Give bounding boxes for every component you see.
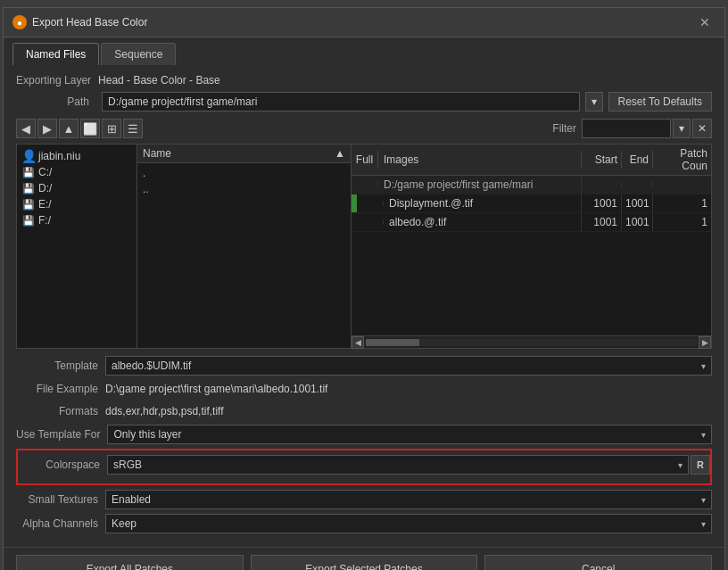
scroll-left-button[interactable]: ◀ bbox=[352, 336, 364, 349]
title-bar-left: ● Export Head Base Color bbox=[12, 15, 147, 29]
file-end-cell-1: 1001 bbox=[622, 213, 653, 231]
user-icon: 👤 bbox=[22, 150, 35, 162]
dialog-title: Export Head Base Color bbox=[32, 16, 147, 29]
scroll-right-button[interactable]: ▶ bbox=[699, 336, 711, 349]
file-full-cell-1 bbox=[357, 219, 384, 225]
file-example-label: File Example bbox=[16, 383, 105, 395]
scroll-track[interactable] bbox=[366, 339, 697, 346]
use-template-for-dropdown[interactable]: Only this layer ▾ bbox=[107, 425, 712, 444]
forward-button[interactable]: ▶ bbox=[37, 119, 57, 138]
colorspace-dropdown-arrow: ▾ bbox=[678, 460, 682, 470]
images-list: D:/game project/first game/mari Displaym… bbox=[352, 176, 711, 335]
filter-input[interactable] bbox=[582, 119, 671, 138]
name-panel-header: Name ▲ bbox=[137, 145, 351, 163]
scroll-thumb[interactable] bbox=[366, 339, 419, 346]
template-dropdown-arrow: ▾ bbox=[701, 361, 706, 371]
folder-end-cell bbox=[622, 182, 653, 187]
end-column-header: End bbox=[622, 151, 653, 169]
small-textures-dropdown[interactable]: Enabled ▾ bbox=[105, 490, 712, 509]
up-button[interactable]: ▲ bbox=[59, 119, 79, 138]
alpha-channels-dropdown[interactable]: Keep ▾ bbox=[105, 514, 712, 533]
alpha-channels-label: Alpha Channels bbox=[16, 517, 105, 530]
full-column-header: Full bbox=[352, 151, 378, 169]
formats-row: Formats dds,exr,hdr,psb,psd,tif,tiff bbox=[16, 402, 712, 420]
grid-button[interactable]: ⊞ bbox=[102, 119, 121, 138]
images-panel: Full Images Start End Patch Coun D:/game… bbox=[352, 145, 711, 348]
template-value: albedo.$UDIM.tif bbox=[112, 359, 191, 372]
footer: Export All Patches Export Selected Patch… bbox=[4, 547, 724, 570]
tree-item-label: C:/ bbox=[38, 166, 52, 178]
colorspace-section: Colorspace sRGB ▾ R bbox=[16, 449, 712, 485]
drive-icon-c: 💾 bbox=[22, 166, 35, 178]
filter-clear-button[interactable]: ✕ bbox=[692, 119, 712, 138]
reset-to-defaults-button[interactable]: Reset To Defaults bbox=[608, 92, 713, 112]
folder-name-cell: D:/game project/first game/mari bbox=[378, 176, 582, 194]
tabs-bar: Named Files Sequence bbox=[4, 37, 724, 65]
name-column-label: Name bbox=[143, 147, 171, 160]
patch-column-header: Patch Coun bbox=[653, 145, 711, 175]
tab-named-files[interactable]: Named Files bbox=[12, 43, 99, 65]
file-patch-cell-0: 1 bbox=[653, 194, 711, 212]
tree-item-label: E:/ bbox=[38, 198, 52, 211]
images-column-header: Images bbox=[378, 151, 582, 169]
tree-item-user[interactable]: 👤 jiabin.niu bbox=[17, 148, 136, 164]
horizontal-scrollbar[interactable]: ◀ ▶ bbox=[352, 335, 711, 348]
template-dropdown[interactable]: albedo.$UDIM.tif ▾ bbox=[105, 356, 712, 376]
tree-item-f[interactable]: 💾 F:/ bbox=[17, 212, 136, 228]
title-bar: ● Export Head Base Color ✕ bbox=[4, 8, 724, 37]
small-textures-dropdown-arrow: ▾ bbox=[701, 495, 706, 505]
colorspace-dropdown[interactable]: sRGB ▾ bbox=[107, 455, 689, 475]
name-list: . .. bbox=[137, 163, 351, 348]
path-input[interactable] bbox=[102, 92, 580, 112]
alpha-channels-row: Alpha Channels Keep ▾ bbox=[16, 514, 712, 533]
exporting-layer-label: Exporting Layer bbox=[16, 74, 98, 87]
path-dropdown-button[interactable]: ▾ bbox=[585, 92, 603, 112]
formats-label: Formats bbox=[16, 405, 105, 417]
name-item-dot[interactable]: . bbox=[137, 165, 351, 181]
formats-value: dds,exr,hdr,psb,psd,tif,tiff bbox=[105, 402, 712, 420]
alpha-channels-dropdown-arrow: ▾ bbox=[701, 519, 706, 529]
list-button[interactable]: ☰ bbox=[123, 119, 143, 138]
file-full-cell-0 bbox=[357, 201, 384, 206]
image-row-1[interactable]: albedo.@.tif 1001 1001 1 bbox=[352, 213, 711, 232]
dialog-body: Exporting Layer Head - Base Color - Base… bbox=[4, 65, 724, 547]
file-patch-cell-1: 1 bbox=[653, 213, 711, 231]
cancel-button[interactable]: Cancel bbox=[484, 555, 712, 570]
images-folder-row[interactable]: D:/game project/first game/mari bbox=[352, 176, 711, 194]
back-button[interactable]: ◀ bbox=[16, 119, 36, 138]
export-all-patches-button[interactable]: Export All Patches bbox=[16, 555, 244, 570]
name-panel: Name ▲ . .. bbox=[137, 145, 352, 348]
drive-icon-e: 💾 bbox=[22, 198, 35, 211]
close-button[interactable]: ✕ bbox=[694, 13, 716, 31]
folder-patch-cell bbox=[653, 182, 711, 187]
file-panel: 👤 jiabin.niu 💾 C:/ 💾 D:/ 💾 E:/ 💾 bbox=[16, 144, 712, 349]
image-row-0[interactable]: Displayment.@.tif 1001 1001 1 bbox=[352, 194, 711, 213]
tree-item-d[interactable]: 💾 D:/ bbox=[17, 180, 136, 196]
tab-sequence[interactable]: Sequence bbox=[101, 43, 176, 65]
folder-start-cell bbox=[582, 182, 622, 187]
tree-item-label: D:/ bbox=[38, 182, 52, 194]
colorspace-row: Colorspace sRGB ▾ R bbox=[18, 455, 710, 475]
reset-colorspace-button[interactable]: R bbox=[691, 455, 710, 475]
export-selected-patches-button[interactable]: Export Selected Patches bbox=[251, 555, 478, 570]
path-label: Path bbox=[16, 95, 96, 108]
drive-icon-f: 💾 bbox=[22, 214, 35, 227]
tree-item-label: jiabin.niu bbox=[38, 150, 80, 162]
name-item-dotdot[interactable]: .. bbox=[137, 181, 351, 197]
file-name-cell-0: Displayment.@.tif bbox=[384, 194, 582, 212]
tree-item-e[interactable]: 💾 E:/ bbox=[17, 196, 136, 212]
use-template-for-value: Only this layer bbox=[113, 428, 181, 441]
file-name-cell-1: albedo.@.tif bbox=[384, 213, 582, 231]
small-textures-row: Small Textures Enabled ▾ bbox=[16, 490, 712, 509]
alpha-channels-value: Keep bbox=[112, 517, 136, 530]
filter-dropdown-button[interactable]: ▾ bbox=[673, 119, 691, 138]
path-row: Path ▾ Reset To Defaults bbox=[16, 92, 712, 112]
start-column-header: Start bbox=[582, 151, 622, 169]
file-example-value: D:\game project\first game\mari\albedo.1… bbox=[105, 380, 712, 398]
tree-item-c[interactable]: 💾 C:/ bbox=[17, 164, 136, 180]
file-example-row: File Example D:\game project\first game\… bbox=[16, 380, 712, 398]
template-label: Template bbox=[16, 359, 105, 372]
file-end-cell-0: 1001 bbox=[622, 194, 653, 212]
colorspace-label: Colorspace bbox=[18, 458, 107, 471]
copy-button[interactable]: ⬜ bbox=[80, 119, 100, 138]
